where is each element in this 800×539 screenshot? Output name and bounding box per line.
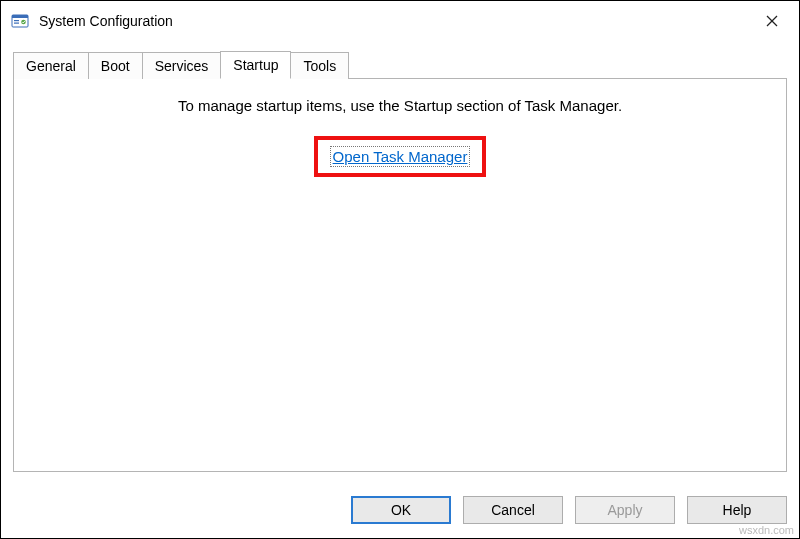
titlebar: System Configuration	[1, 1, 799, 41]
startup-info-text: To manage startup items, use the Startup…	[24, 97, 776, 114]
highlight-annotation: Open Task Manager	[314, 136, 487, 177]
content: General Boot Services Startup Tools To m…	[1, 41, 799, 484]
help-button[interactable]: Help	[687, 496, 787, 524]
watermark: wsxdn.com	[739, 524, 794, 536]
apply-button: Apply	[575, 496, 675, 524]
svg-rect-2	[14, 20, 19, 21]
ok-button[interactable]: OK	[351, 496, 451, 524]
tab-tools[interactable]: Tools	[290, 52, 349, 79]
tab-startup[interactable]: Startup	[220, 51, 291, 79]
open-task-manager-link[interactable]: Open Task Manager	[332, 148, 469, 165]
dialog-buttons: OK Cancel Apply Help	[1, 484, 799, 538]
tab-general[interactable]: General	[13, 52, 89, 79]
close-button[interactable]	[749, 6, 795, 36]
svg-rect-1	[12, 15, 28, 18]
cancel-button[interactable]: Cancel	[463, 496, 563, 524]
tab-services[interactable]: Services	[142, 52, 222, 79]
svg-rect-3	[14, 23, 19, 24]
tab-panel-startup: To manage startup items, use the Startup…	[13, 78, 787, 472]
msconfig-icon	[11, 12, 29, 30]
window-title: System Configuration	[39, 13, 749, 29]
tabs: General Boot Services Startup Tools	[13, 51, 787, 78]
tab-boot[interactable]: Boot	[88, 52, 143, 79]
close-icon	[766, 15, 778, 27]
